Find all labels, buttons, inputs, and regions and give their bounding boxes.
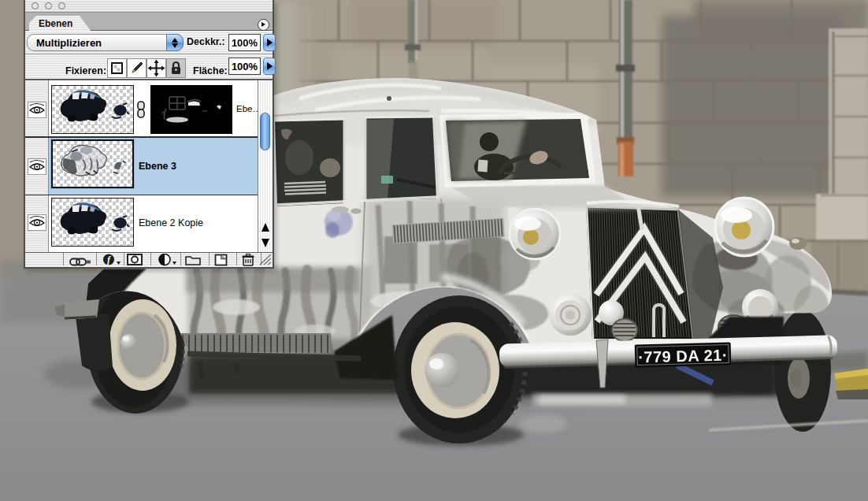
- svg-text:·779 DA 21·: ·779 DA 21·: [638, 347, 728, 366]
